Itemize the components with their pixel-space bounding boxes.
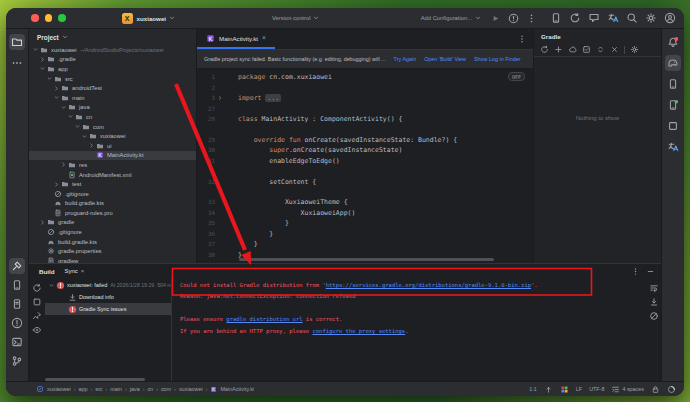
run-task-icon[interactable]	[582, 45, 591, 54]
lock-icon[interactable]	[651, 385, 660, 394]
breadcrumb-item[interactable]: main	[110, 386, 122, 392]
project-folder-icon[interactable]	[9, 34, 25, 50]
chevron-down-icon[interactable]	[46, 75, 53, 82]
debug-icon[interactable]	[508, 13, 519, 24]
tree-item-build-gradle-kts[interactable]: build.gradle.kts	[29, 237, 196, 247]
code-editor[interactable]: 1package cn.com.xuxiaowei23import ...272…	[197, 69, 533, 263]
chevron-down-icon[interactable]	[60, 104, 67, 111]
translate-box-icon[interactable]	[665, 139, 681, 155]
breadcrumb-item[interactable]: cn	[147, 386, 153, 392]
banner-action-try-again[interactable]: Try Again	[394, 56, 417, 62]
profile-icon[interactable]	[663, 12, 676, 25]
tree-item-com[interactable]: com	[29, 122, 196, 132]
more-tool-windows-icon[interactable]	[9, 55, 25, 71]
offline-mode-icon[interactable]	[568, 45, 577, 54]
device-manager-icon[interactable]	[665, 97, 681, 113]
tab-mainactivity[interactable]: K MainActivity.kt ×	[197, 29, 275, 49]
chevron-down-icon[interactable]	[39, 65, 46, 72]
tree-item-gradle[interactable]: gradle	[29, 218, 196, 228]
sync-all-icon[interactable]	[540, 45, 549, 54]
fold-marker-icon[interactable]	[215, 95, 225, 101]
plugin-grid-icon[interactable]	[560, 385, 569, 394]
vcs-widget[interactable]: Version control	[272, 15, 310, 21]
push-status-icon[interactable]	[544, 385, 553, 394]
problems-icon[interactable]	[9, 315, 25, 331]
chevron-down-icon[interactable]	[53, 94, 60, 101]
indent-setting[interactable]: 4 spaces	[611, 385, 644, 394]
build-tree-scrollbar[interactable]	[45, 378, 145, 381]
tree-item-app[interactable]: app	[29, 64, 196, 74]
project-panel-title[interactable]: Project	[37, 34, 59, 41]
tree-item--gitignore[interactable]: .gitignore	[29, 227, 196, 237]
chevron-right-icon[interactable]	[53, 181, 60, 188]
banner-action-open-build-view[interactable]: Open 'Build' View	[424, 56, 466, 62]
tree-item-proguard-rules-pro[interactable]: proguard-rules.pro	[29, 208, 196, 218]
chevron-down-icon[interactable]	[48, 282, 55, 289]
zoom-button[interactable]	[58, 14, 66, 22]
tree-item-xuxiaowei[interactable]: xuxiaowei	[29, 131, 196, 141]
tree-item-main[interactable]: main	[29, 93, 196, 103]
run-configuration-select[interactable]: Add Configuration...	[421, 15, 472, 21]
chevron-right-icon[interactable]	[39, 56, 46, 63]
soft-wrap-icon[interactable]	[649, 283, 659, 293]
app-inspection-icon[interactable]	[665, 118, 681, 134]
logcat-icon[interactable]	[9, 296, 25, 312]
chevron-right-icon[interactable]	[53, 85, 60, 92]
device-mirror-icon[interactable]	[549, 12, 562, 25]
build-console[interactable]: Could not install Gradle distribution fr…	[171, 277, 647, 384]
tree-item-build-gradle-kts[interactable]: build.gradle.kts	[29, 199, 196, 209]
stop-icon[interactable]	[32, 297, 42, 307]
chevron-down-icon[interactable]	[32, 46, 39, 53]
tree-item-cn[interactable]: cn	[29, 112, 196, 122]
gradle-sync-icon[interactable]	[568, 12, 581, 25]
tab-options-icon[interactable]	[517, 34, 527, 44]
notifications-icon[interactable]	[665, 34, 681, 50]
tree-item-src[interactable]: src	[29, 74, 196, 84]
tree-item-mainactivity-kt[interactable]: KMainActivity.kt	[29, 151, 196, 161]
attach-project-icon[interactable]	[554, 45, 563, 54]
tab-close-icon[interactable]: ×	[81, 268, 85, 274]
breadcrumb-item[interactable]: xuxiaowei	[47, 386, 71, 392]
console-link[interactable]: configure the proxy settings	[312, 328, 405, 334]
feedback-icon[interactable]	[587, 12, 600, 25]
running-devices-icon[interactable]	[665, 76, 681, 92]
build-tree-item-gradle-sync-issues[interactable]: Gradle Sync issues	[45, 303, 171, 315]
build-options-icon[interactable]	[631, 267, 640, 276]
project-name[interactable]: xuxiaowei	[137, 15, 167, 22]
version-control-icon[interactable]	[9, 353, 25, 369]
close-button[interactable]	[31, 14, 39, 22]
search-icon[interactable]	[625, 12, 638, 25]
translate-icon[interactable]	[606, 12, 619, 25]
settings-icon[interactable]	[644, 12, 657, 25]
breadcrumb-item[interactable]: com	[161, 386, 171, 392]
tree-item-java[interactable]: java	[29, 103, 196, 113]
tab-close-icon[interactable]: ×	[262, 35, 266, 42]
chevron-right-icon[interactable]	[88, 142, 95, 149]
tree-item-androidmanifest-xml[interactable]: AndroidManifest.xml	[29, 170, 196, 180]
tree-item-xuxiaowei[interactable]: xuxiaowei~/AndroidStudioProjects/xuxiaow…	[29, 45, 196, 55]
cursor-position[interactable]: 1:1	[529, 386, 537, 392]
chevron-down-icon[interactable]	[81, 133, 88, 140]
highlighting-off-badge[interactable]: OFF	[508, 72, 525, 81]
pin-icon[interactable]	[32, 311, 42, 321]
breadcrumb-item[interactable]: src	[95, 386, 102, 392]
progress-icon[interactable]	[667, 385, 676, 394]
hide-panel-icon[interactable]	[646, 267, 655, 276]
expand-collapse-icon[interactable]	[596, 45, 605, 54]
run-icon[interactable]	[490, 13, 501, 24]
tab-sync[interactable]: Sync×	[64, 268, 84, 274]
breadcrumb-item[interactable]: java	[130, 386, 140, 392]
chevron-right-icon[interactable]	[39, 219, 46, 226]
chevron-down-icon[interactable]	[67, 113, 74, 120]
rerun-sync-icon[interactable]	[32, 283, 42, 293]
scroll-end-icon[interactable]	[649, 297, 659, 307]
tree-item-gradlew[interactable]: gradlew	[29, 256, 196, 263]
console-link[interactable]: gradle distribution url	[226, 316, 302, 322]
build-icon[interactable]	[9, 258, 25, 274]
tree-item-test[interactable]: test	[29, 179, 196, 189]
gradle-settings-icon[interactable]	[630, 45, 639, 54]
gradle-icon[interactable]	[665, 55, 681, 71]
tree-item--gradle[interactable]: .gradle	[29, 55, 196, 65]
breadcrumb-item[interactable]: MainActivity.kt	[220, 386, 254, 392]
console-link[interactable]: https://services.gradle.org/distribution…	[326, 282, 531, 288]
